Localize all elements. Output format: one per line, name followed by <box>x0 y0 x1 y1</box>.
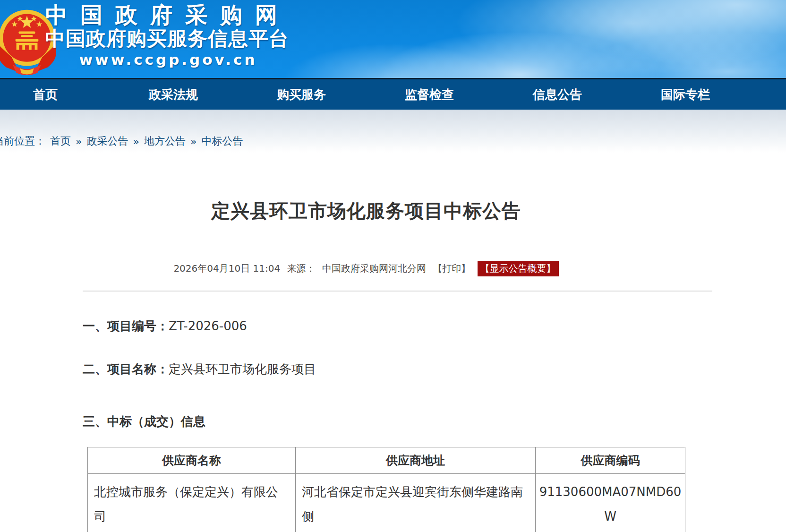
site-logo[interactable]: 中国政府采购网 中国政府购买服务信息平台 www.ccgp.gov.cn <box>45 3 291 69</box>
nav-item-international[interactable]: 国际专栏 <box>659 86 712 103</box>
site-header: 中国政府采购网 中国政府购买服务信息平台 www.ccgp.gov.cn <box>0 0 786 78</box>
supplier-address-cell: 河北省保定市定兴县迎宾街东侧华建路南侧 <box>296 474 536 532</box>
site-name: 中国政府采购网 <box>45 3 291 27</box>
divider <box>83 291 712 292</box>
platform-name: 中国政府购买服务信息平台 <box>45 27 291 50</box>
breadcrumb-separator: » <box>190 136 196 147</box>
nav-item-home[interactable]: 首页 <box>19 86 72 103</box>
page-title: 定兴县环卫市场化服务项目中标公告 <box>83 198 649 224</box>
table-header-row: 供应商名称 供应商地址 供应商编码 <box>88 447 685 474</box>
supplier-name-cell: 北控城市服务（保定定兴）有限公司 <box>88 474 296 532</box>
source-value: 中国政府采购网河北分网 <box>322 263 426 274</box>
breadcrumb-link-procurement-announcements[interactable]: 政采公告 <box>86 134 128 148</box>
breadcrumb-label: 当前位置： <box>0 134 45 148</box>
breadcrumb-link-home[interactable]: 首页 <box>50 134 71 148</box>
section-label: 二、项目名称： <box>83 362 169 376</box>
section-label: 三、中标（成交）信息 <box>83 414 205 429</box>
breadcrumb-separator: » <box>133 136 139 147</box>
article-meta: 2026年04月10日 11:04 来源： 中国政府采购网河北分网 【打印】 【… <box>83 261 649 276</box>
site-url: www.ccgp.gov.cn <box>45 50 291 69</box>
breadcrumb-link-local-announcements[interactable]: 地方公告 <box>144 134 186 148</box>
nav-item-announcements[interactable]: 信息公告 <box>531 86 584 103</box>
nav-item-regulations[interactable]: 政采法规 <box>147 86 200 103</box>
show-summary-button[interactable]: 【显示公告概要】 <box>478 261 559 276</box>
section-project-name: 二、项目名称：定兴县环卫市场化服务项目 <box>83 360 712 378</box>
table-row: 北控城市服务（保定定兴）有限公司 河北省保定市定兴县迎宾街东侧华建路南侧 911… <box>88 474 685 532</box>
section-project-number: 一、项目编号：ZT-2026-006 <box>83 317 712 335</box>
nav-item-supervision[interactable]: 监督检查 <box>403 86 456 103</box>
column-header-supplier-address: 供应商地址 <box>296 447 536 474</box>
main-navigation: 首页 政采法规 购买服务 监督检查 信息公告 国际专栏 <box>0 78 786 110</box>
supplier-code-cell: 91130600MA07NMD60W <box>536 474 685 532</box>
breadcrumb-strip: 当前位置： 首页 » 政采公告 » 地方公告 » 中标公告 <box>0 110 786 158</box>
breadcrumb-separator: » <box>76 136 82 147</box>
column-header-supplier-name: 供应商名称 <box>88 447 296 474</box>
column-header-supplier-code: 供应商编码 <box>536 447 685 474</box>
section-award-info: 三、中标（成交）信息 <box>83 413 712 430</box>
section-value: 定兴县环卫市场化服务项目 <box>169 362 316 376</box>
breadcrumb: 当前位置： 首页 » 政采公告 » 地方公告 » 中标公告 <box>0 134 786 148</box>
section-label: 一、项目编号： <box>83 319 169 333</box>
section-value: ZT-2026-006 <box>169 319 247 333</box>
nav-item-purchase[interactable]: 购买服务 <box>275 86 328 103</box>
article-content: 定兴县环卫市场化服务项目中标公告 2026年04月10日 11:04 来源： 中… <box>83 198 712 532</box>
source-label: 来源： <box>287 263 316 274</box>
supplier-table: 供应商名称 供应商地址 供应商编码 北控城市服务（保定定兴）有限公司 河北省保定… <box>87 447 685 532</box>
breadcrumb-link-award-announcements[interactable]: 中标公告 <box>201 134 243 148</box>
print-button[interactable]: 【打印】 <box>433 263 470 274</box>
publish-datetime: 2026年04月10日 11:04 <box>173 263 280 274</box>
